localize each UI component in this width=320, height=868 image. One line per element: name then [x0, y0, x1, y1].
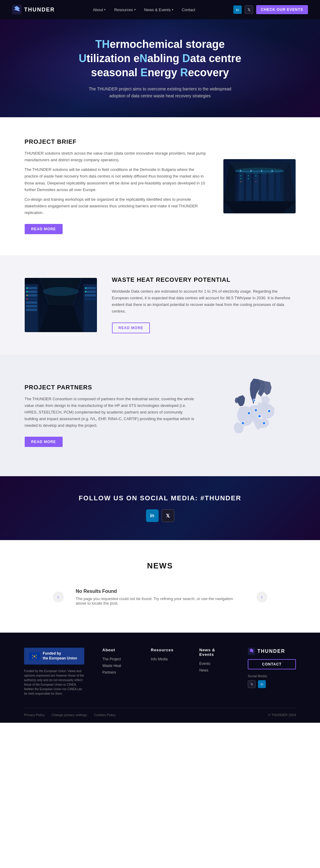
eu-badge-text: Funded bythe European Union — [43, 651, 77, 661]
footer-bottom-links: Privacy Policy Change privacy settings C… — [24, 713, 121, 717]
svg-rect-53 — [84, 298, 96, 300]
cookies-policy-link[interactable]: Cookies Policy — [94, 713, 116, 717]
svg-rect-31 — [223, 201, 296, 213]
logo-text: THUNDER — [24, 7, 55, 13]
navbar: THUNDER About ▾ Resources ▾ News & Event… — [0, 0, 320, 19]
footer-partners-link[interactable]: Partners — [102, 670, 133, 675]
footer-twitter-icon[interactable]: 𝕏 — [248, 680, 256, 688]
svg-point-32 — [236, 167, 284, 174]
logo-icon — [12, 5, 22, 14]
svg-point-66 — [254, 409, 257, 412]
social-title: FOLLOW US ON SOCIAL MEDIA: #THUNDER — [12, 494, 308, 502]
svg-text:★: ★ — [36, 657, 37, 659]
svg-text:★: ★ — [32, 654, 33, 656]
svg-rect-52 — [84, 294, 96, 297]
waste-heat-section: WASTE HEAT RECOVERY POTENTIAL Worldwide … — [0, 255, 320, 354]
footer-resources-col: Resources Info Media — [151, 648, 181, 695]
svg-point-68 — [262, 422, 265, 425]
svg-rect-41 — [26, 301, 37, 304]
logo[interactable]: THUNDER — [12, 5, 55, 14]
project-brief-section: PROJECT BRIEF THUNDER solutions stretch … — [0, 117, 320, 255]
svg-rect-42 — [26, 305, 37, 307]
twitter-icon[interactable]: 𝕏 — [245, 5, 253, 14]
svg-text:★: ★ — [36, 654, 37, 656]
footer-news-events-heading: News & Events — [199, 648, 230, 657]
social-section: FOLLOW US ON SOCIAL MEDIA: #THUNDER in 𝕏 — [0, 476, 320, 540]
linkedin-social-button[interactable]: in — [146, 509, 158, 522]
svg-point-54 — [85, 287, 86, 289]
carousel-next-button[interactable]: › — [256, 592, 267, 602]
partners-row: PROJECT PARTNERS The THUNDER Consortium … — [25, 375, 296, 455]
footer-brand-logo: THUNDER — [248, 648, 285, 655]
check-events-button[interactable]: CHECK OUR EVENTS — [256, 5, 308, 14]
nav-about[interactable]: About ▾ — [93, 7, 106, 12]
footer-info-media-link[interactable]: Info Media — [151, 657, 181, 661]
no-results: No Results Found The page you requested … — [70, 583, 250, 612]
partners-title: PROJECT PARTNERS — [25, 384, 196, 391]
footer-waste-heat-link[interactable]: Waste Heat — [102, 664, 133, 668]
nav-contact[interactable]: Contact — [182, 7, 195, 12]
waste-heat-row: WASTE HEAT RECOVERY POTENTIAL Worldwide … — [25, 276, 296, 333]
twitter-social-button[interactable]: 𝕏 — [162, 509, 174, 522]
hero-title: THermochemical storage Utilization eNabl… — [79, 37, 241, 80]
news-title: NEWS — [24, 561, 296, 570]
main-nav: About ▾ Resources ▾ News & Events ▾ Cont… — [93, 7, 195, 12]
svg-point-55 — [85, 291, 86, 292]
project-brief-p1: THUNDER solutions stretch across the val… — [25, 150, 208, 163]
hero-section: THermochemical storage Utilization eNabl… — [0, 19, 320, 117]
footer-brand-col: THUNDER CONTACT Social Media: 𝕏 in — [248, 648, 296, 695]
chevron-down-icon: ▾ — [134, 8, 136, 11]
partners-para: The THUNDER Consortium is composed of pa… — [25, 396, 196, 429]
svg-point-25 — [240, 179, 241, 179]
svg-rect-9 — [239, 173, 243, 200]
svg-point-69 — [268, 410, 271, 412]
svg-point-45 — [27, 291, 28, 292]
project-brief-p2: The THUNDER solutions will be validated … — [25, 166, 208, 193]
svg-point-67 — [258, 415, 261, 418]
partners-section: PROJECT PARTNERS The THUNDER Consortium … — [0, 354, 320, 476]
footer-news-link[interactable]: News — [199, 668, 230, 673]
svg-rect-18 — [276, 172, 280, 201]
project-brief-p3: Co-design and training workshops will be… — [25, 196, 208, 216]
footer-top: ★ ★ ★ ★ ★ Funded bythe European Union Fu… — [24, 648, 296, 695]
linkedin-icon[interactable]: in — [233, 5, 242, 14]
nav-news-events[interactable]: News & Events ▾ — [144, 7, 173, 12]
footer-eu-col: ★ ★ ★ ★ ★ Funded bythe European Union Fu… — [24, 648, 84, 695]
eu-disclaimer: Funded by the European Union. Views and … — [24, 669, 84, 696]
change-privacy-link[interactable]: Change privacy settings — [52, 713, 87, 717]
no-results-text: The page you requested could not be foun… — [76, 596, 244, 606]
footer-about-heading: About — [102, 648, 133, 652]
svg-point-64 — [241, 422, 244, 425]
waste-heat-read-more-button[interactable]: READ MORE — [112, 322, 150, 333]
chevron-down-icon: ▾ — [172, 8, 173, 11]
footer-about-col: About The Project Waste Heat Partners — [102, 648, 133, 695]
footer-contact-button[interactable]: CONTACT — [248, 659, 296, 670]
svg-point-28 — [248, 179, 249, 179]
news-carousel: ‹ No Results Found The page you requeste… — [24, 583, 296, 612]
footer-logo-icon — [248, 648, 255, 655]
privacy-policy-link[interactable]: Privacy Policy — [24, 713, 44, 717]
partners-map — [211, 375, 296, 455]
svg-point-27 — [248, 176, 249, 176]
partners-read-more-button[interactable]: READ MORE — [25, 437, 63, 447]
carousel-prev-button[interactable]: ‹ — [53, 592, 64, 602]
svg-point-44 — [27, 287, 28, 289]
svg-rect-15 — [261, 173, 266, 200]
chevron-down-icon: ▾ — [104, 8, 106, 11]
hero-content: THermochemical storage Utilization eNabl… — [79, 37, 241, 99]
footer-the-project-link[interactable]: The Project — [102, 657, 133, 661]
project-brief-read-more-button[interactable]: READ MORE — [25, 224, 63, 234]
footer-brand-name: THUNDER — [257, 649, 285, 654]
eu-flag-icon: ★ ★ ★ ★ ★ — [29, 652, 40, 660]
waste-heat-title: WASTE HEAT RECOVERY POTENTIAL — [112, 276, 296, 283]
svg-rect-13 — [254, 173, 258, 200]
footer-linkedin-icon[interactable]: in — [258, 680, 266, 688]
svg-point-47 — [27, 299, 28, 300]
nav-resources[interactable]: Resources ▾ — [114, 7, 136, 12]
svg-text:★: ★ — [32, 657, 33, 659]
project-brief-image — [223, 159, 296, 213]
svg-point-58 — [43, 287, 79, 296]
news-content: No Results Found The page you requested … — [70, 583, 250, 612]
footer-resources-heading: Resources — [151, 648, 181, 652]
footer-events-link[interactable]: Events — [199, 661, 230, 666]
